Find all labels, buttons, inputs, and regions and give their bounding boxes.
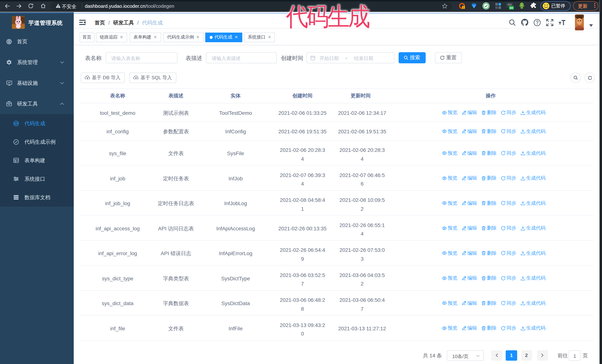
svg-text:1: 1 [463, 6, 464, 9]
svg-text:on: on [510, 6, 513, 9]
